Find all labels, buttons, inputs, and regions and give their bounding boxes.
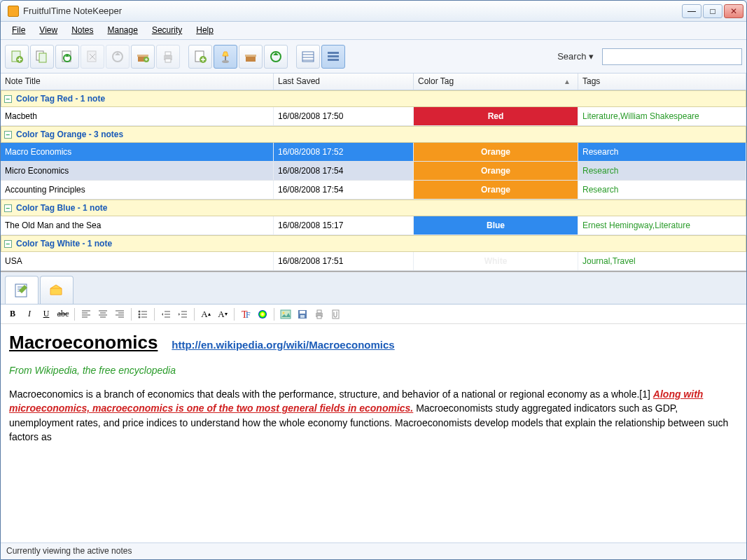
font-decrease-button[interactable]: A▾ <box>215 307 230 322</box>
source-link[interactable]: http://en.wikipedia.org/wiki/Macroeconom… <box>172 339 394 351</box>
editor-tabs <box>1 272 746 304</box>
view-grouped-button[interactable] <box>321 45 345 69</box>
format-toolbar: B I U abc A▴ A▾ TF <box>1 304 746 324</box>
view-list-button[interactable] <box>296 45 320 69</box>
lamp-button[interactable] <box>214 45 237 69</box>
bullet-list-button[interactable] <box>135 307 151 322</box>
outdent-button[interactable] <box>158 307 174 322</box>
indent-button[interactable] <box>175 307 190 322</box>
cell-title: The Old Man and the Sea <box>1 216 274 234</box>
app-icon <box>8 6 19 17</box>
svg-point-22 <box>139 313 141 315</box>
cell-color-tag: Orange <box>414 181 578 199</box>
svg-rect-11 <box>165 59 171 62</box>
search-input[interactable] <box>602 48 742 65</box>
menu-file[interactable]: File <box>5 22 32 39</box>
note-row[interactable]: Macbeth16/08/2008 17:50RedLiterature,Wil… <box>1 107 746 126</box>
align-right-button[interactable] <box>112 307 127 322</box>
font-increase-button[interactable]: A▴ <box>198 307 214 322</box>
import-button[interactable] <box>188 45 212 69</box>
maximize-button[interactable]: □ <box>703 4 722 18</box>
cell-color-tag: Orange <box>414 143 578 161</box>
editor-pane: B I U abc A▴ A▾ TF Macroecono <box>1 272 746 542</box>
menu-security[interactable]: Security <box>145 22 189 39</box>
align-left-button[interactable] <box>78 307 94 322</box>
archive-button[interactable] <box>131 45 155 69</box>
title-bar: FruitfulTime NoteKeeper — □ ✕ <box>1 1 746 22</box>
menu-notes[interactable]: Notes <box>64 22 100 39</box>
collapse-icon[interactable]: − <box>4 240 12 248</box>
group-header[interactable]: −Color Tag Orange - 3 notes <box>1 126 746 143</box>
strikethrough-button[interactable]: abc <box>55 307 71 322</box>
group-header[interactable]: −Color Tag Red - 1 note <box>1 90 746 107</box>
menu-help[interactable]: Help <box>189 22 221 39</box>
cell-color-tag: Orange <box>414 162 578 180</box>
search-dropdown[interactable]: Search ▾ <box>553 48 598 64</box>
menu-view[interactable]: View <box>32 22 64 39</box>
svg-point-26 <box>258 310 267 318</box>
status-bar: Currently viewing the active notes <box>1 542 746 559</box>
svg-rect-34 <box>317 316 321 318</box>
svg-rect-31 <box>300 315 305 318</box>
close-button[interactable]: ✕ <box>724 4 743 18</box>
attach-button[interactable] <box>328 307 344 322</box>
note-heading: Macroeconomics <box>9 330 158 356</box>
tab-editor[interactable] <box>5 276 39 304</box>
cell-saved: 16/08/2008 17:51 <box>274 252 414 270</box>
search-area: Search ▾ <box>553 48 742 65</box>
menu-bar: File View Notes Manage Security Help <box>1 22 746 40</box>
note-row[interactable]: The Old Man and the Sea16/08/2008 15:17B… <box>1 216 746 235</box>
cell-saved: 16/08/2008 15:17 <box>274 216 414 234</box>
new-note-button[interactable] <box>5 45 29 69</box>
note-row[interactable]: Micro Economics16/08/2008 17:54OrangeRes… <box>1 162 746 181</box>
window-controls: — □ ✕ <box>682 4 743 18</box>
app-window: FruitfulTime NoteKeeper — □ ✕ File View … <box>0 0 747 560</box>
cell-tags: Ernest Hemingway,Literature <box>578 216 746 234</box>
cell-title: Macbeth <box>1 107 274 125</box>
cell-tags: Research <box>578 143 746 161</box>
recycle-note-button[interactable] <box>55 45 79 69</box>
cell-saved: 16/08/2008 17:52 <box>274 143 414 161</box>
underline-button[interactable]: U <box>39 307 54 322</box>
note-row[interactable]: Accounting Principles16/08/2008 17:54Ora… <box>1 181 746 200</box>
svg-point-28 <box>283 312 285 314</box>
note-row[interactable]: Macro Economics16/08/2008 17:52OrangeRes… <box>1 143 746 162</box>
menu-manage[interactable]: Manage <box>101 22 145 39</box>
editor-content[interactable]: Macroeconomics http://en.wikipedia.org/w… <box>1 324 746 542</box>
note-row[interactable]: USA16/08/2008 17:51WhiteJournal,Travel <box>1 252 746 271</box>
group-header[interactable]: −Color Tag White - 1 note <box>1 235 746 252</box>
insert-image-button[interactable] <box>278 307 293 322</box>
delete-note-button[interactable] <box>81 45 104 69</box>
group-header[interactable]: −Color Tag Blue - 1 note <box>1 200 746 216</box>
column-color-tag[interactable]: Color Tag▲ <box>414 74 578 90</box>
cell-saved: 16/08/2008 17:54 <box>274 162 414 180</box>
cell-tags: Journal,Travel <box>578 252 746 270</box>
svg-rect-3 <box>39 53 46 62</box>
copy-note-button[interactable] <box>30 45 54 69</box>
cell-color-tag: Blue <box>414 216 578 234</box>
minimize-button[interactable]: — <box>682 4 701 18</box>
tab-attachments[interactable] <box>40 276 74 304</box>
align-center-button[interactable] <box>95 307 111 322</box>
cell-saved: 16/08/2008 17:50 <box>274 107 414 125</box>
recycle-bin-button[interactable] <box>264 45 288 69</box>
print-editor-button[interactable] <box>312 307 327 322</box>
bold-button[interactable]: B <box>5 307 20 322</box>
collapse-icon[interactable]: − <box>4 131 12 139</box>
column-note-title[interactable]: Note Title <box>1 74 274 90</box>
toolbar: Search ▾ <box>1 40 746 74</box>
note-list[interactable]: −Color Tag Red - 1 noteMacbeth16/08/2008… <box>1 90 746 272</box>
archive-box-button[interactable] <box>239 45 263 69</box>
restore-button[interactable] <box>106 45 130 69</box>
color-picker-button[interactable] <box>255 307 270 322</box>
collapse-icon[interactable]: − <box>4 204 12 212</box>
save-button[interactable] <box>295 307 310 322</box>
italic-button[interactable]: I <box>22 307 37 322</box>
print-button[interactable] <box>156 45 180 69</box>
cell-title: Macro Economics <box>1 143 274 161</box>
font-dialog-button[interactable]: TF <box>238 307 253 322</box>
svg-rect-17 <box>328 52 339 54</box>
collapse-icon[interactable]: − <box>4 95 12 103</box>
column-tags[interactable]: Tags <box>578 74 746 90</box>
column-last-saved[interactable]: Last Saved <box>274 74 414 90</box>
